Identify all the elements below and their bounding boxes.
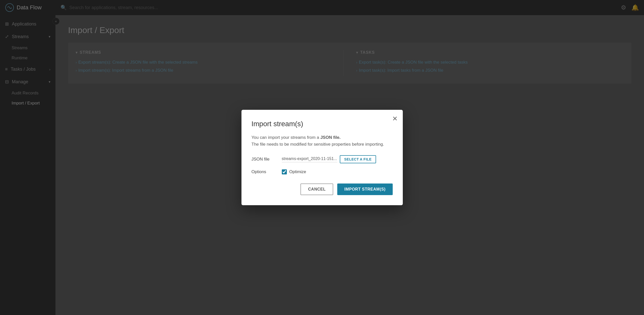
- modal-body-text1: You can import your streams from a: [252, 135, 320, 140]
- select-file-button[interactable]: SELECT A FILE: [340, 155, 376, 163]
- json-file-label: JSON file: [252, 157, 277, 162]
- modal-footer: CANCEL IMPORT STREAM(S): [252, 183, 393, 195]
- modal-body: You can import your streams from a JSON …: [252, 134, 393, 148]
- import-streams-button[interactable]: IMPORT STREAM(S): [337, 183, 393, 195]
- modal-body-bold: JSON file.: [320, 135, 341, 140]
- file-input-container: streams-export_2020-11-151... SELECT A F…: [282, 155, 393, 163]
- file-value: streams-export_2020-11-151...: [282, 156, 337, 162]
- modal-body-text2: The file needs to be modified for sensit…: [252, 142, 384, 147]
- options-label: Options: [252, 169, 277, 174]
- modal-overlay[interactable]: ✕ Import stream(s) You can import your s…: [0, 0, 644, 315]
- modal-close-button[interactable]: ✕: [392, 115, 398, 123]
- optimize-checkbox-container[interactable]: Optimize: [282, 169, 306, 174]
- modal-options-row: Options Optimize: [252, 169, 393, 174]
- optimize-checkbox[interactable]: [282, 169, 287, 174]
- import-streams-modal: ✕ Import stream(s) You can import your s…: [241, 110, 403, 205]
- cancel-button[interactable]: CANCEL: [300, 183, 333, 195]
- optimize-label: Optimize: [289, 169, 306, 174]
- modal-json-file-field: JSON file streams-export_2020-11-151... …: [252, 155, 393, 163]
- modal-title: Import stream(s): [252, 120, 393, 128]
